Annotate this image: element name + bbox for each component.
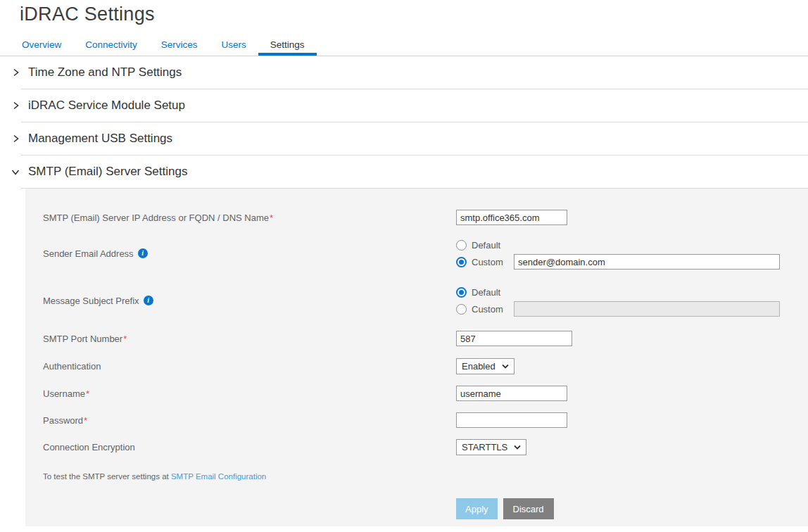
section-title: SMTP (Email) Server Settings [28,165,187,179]
tab-services[interactable]: Services [149,36,210,56]
required-asterisk: * [270,213,273,223]
sender-default-option: Default [456,237,780,253]
info-icon[interactable] [138,248,148,258]
prefix-custom-input [514,301,780,317]
sender-custom-input[interactable] [514,254,780,270]
form-actions: Apply Discard [43,498,774,519]
chevron-right-icon [11,101,20,110]
required-asterisk: * [123,334,127,344]
smtp-server-row: SMTP (Email) Server IP Address or FQDN /… [43,210,774,225]
sender-email-radio-group: Default Custom [456,237,780,270]
username-label: Username* [43,388,456,399]
section-smtp-settings[interactable]: SMTP (Email) Server Settings [0,156,808,188]
tab-overview[interactable]: Overview [10,36,73,56]
section-title: Management USB Settings [28,132,172,146]
smtp-test-note: To test the SMTP server settings at SMTP… [43,472,774,481]
smtp-port-label: SMTP Port Number* [43,334,456,344]
password-label: Password* [43,415,456,426]
smtp-settings-panel: SMTP (Email) Server IP Address or FQDN /… [25,189,808,526]
username-input[interactable] [456,386,567,401]
subject-prefix-radio-group: Default Custom [456,284,780,317]
prefix-default-option: Default [456,284,780,300]
section-title: Time Zone and NTP Settings [28,65,182,80]
smtp-port-row: SMTP Port Number* [43,331,774,346]
prefix-custom-option: Custom [456,301,780,317]
sender-custom-option: Custom [456,254,780,270]
chevron-right-icon [11,68,20,77]
tab-connectivity[interactable]: Connectivity [73,36,149,56]
section-management-usb[interactable]: Management USB Settings [0,122,808,155]
connection-encryption-select[interactable]: STARTTLS [456,439,526,455]
authentication-select[interactable]: Enabled [456,358,515,374]
chevron-right-icon [11,134,20,144]
chevron-down-icon [502,364,509,369]
password-row: Password* [43,412,774,428]
sender-custom-radio[interactable] [456,257,467,267]
tab-users[interactable]: Users [210,36,258,56]
required-asterisk: * [84,415,87,426]
subject-prefix-row: Message Subject Prefix Default Custom [43,284,774,317]
sender-email-label: Sender Email Address [43,248,456,259]
connection-encryption-label: Connection Encryption [43,442,456,452]
prefix-custom-radio[interactable] [456,304,467,315]
accordion: Time Zone and NTP Settings iDRAC Service… [0,56,808,526]
smtp-email-configuration-link[interactable]: SMTP Email Configuration [171,472,266,481]
username-row: Username* [43,386,774,401]
tab-settings[interactable]: Settings [258,36,317,56]
smtp-port-input[interactable] [456,331,572,346]
required-asterisk: * [86,388,89,399]
tabs-bar: Overview Connectivity Services Users Set… [0,36,808,56]
section-title: iDRAC Service Module Setup [28,99,185,113]
section-service-module[interactable]: iDRAC Service Module Setup [0,89,808,122]
apply-button[interactable]: Apply [456,498,498,519]
chevron-down-icon [514,445,521,450]
section-time-zone-ntp[interactable]: Time Zone and NTP Settings [0,56,808,89]
sender-email-row: Sender Email Address Default Custom [43,237,774,270]
authentication-label: Authentication [43,361,456,372]
sender-default-radio[interactable] [456,240,467,251]
discard-button[interactable]: Discard [503,498,554,519]
authentication-row: Authentication Enabled [43,358,774,374]
prefix-default-radio[interactable] [456,287,467,298]
smtp-server-input[interactable] [456,210,567,225]
smtp-server-label: SMTP (Email) Server IP Address or FQDN /… [43,213,456,223]
password-input[interactable] [456,412,567,428]
subject-prefix-label: Message Subject Prefix [43,296,456,306]
chevron-down-icon [11,167,20,177]
info-icon[interactable] [144,296,153,305]
page-title: iDRAC Settings [20,4,808,25]
connection-encryption-row: Connection Encryption STARTTLS [43,439,774,455]
